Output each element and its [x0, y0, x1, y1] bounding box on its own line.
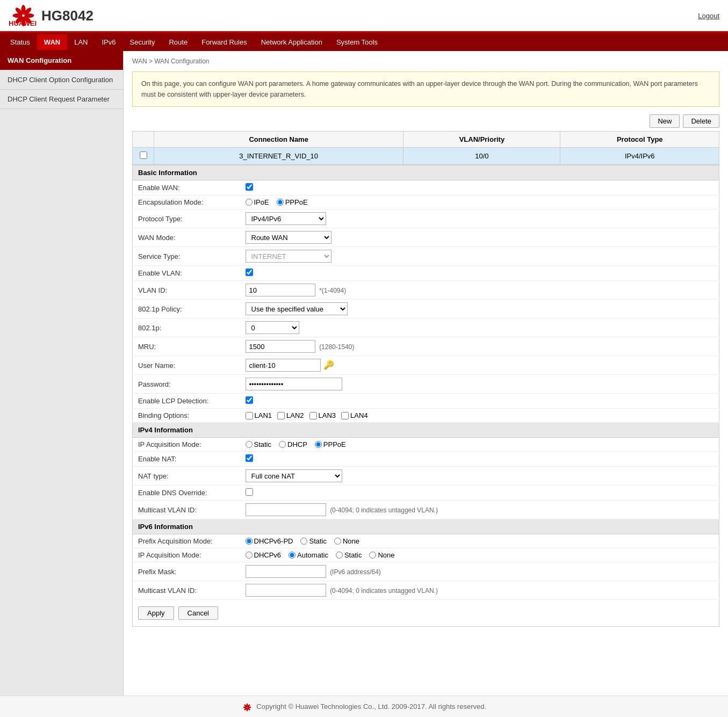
nav-bar: Status WAN LAN IPv6 Security Route Forwa…: [0, 33, 728, 51]
binding-lan2-checkbox[interactable]: [277, 412, 285, 419]
table-row[interactable]: 3_INTERNET_R_VID_10 10/0 IPv4/IPv6: [133, 148, 719, 165]
nav-item-lan[interactable]: LAN: [67, 34, 95, 50]
sidebar-item-dhcp-option[interactable]: DHCP Client Option Configuration: [0, 70, 123, 90]
prefix-acq-static[interactable]: Static: [300, 537, 327, 545]
dot1p-select[interactable]: 0 1234567: [246, 321, 299, 334]
encapsulation-pppoe-radio[interactable]: [277, 199, 284, 206]
encapsulation-ipoe-radio[interactable]: [246, 199, 253, 206]
binding-lan1-checkbox[interactable]: [246, 412, 253, 419]
row-connection-name: 3_INTERNET_R_VID_10: [154, 148, 403, 165]
ipv6-multicast-input[interactable]: [246, 584, 326, 597]
logo-area: HUAWEI HG8042: [9, 4, 93, 27]
ipv6-acq-static-radio[interactable]: [336, 552, 343, 559]
binding-lan3-checkbox[interactable]: [309, 412, 317, 419]
username-input[interactable]: [246, 359, 321, 372]
cancel-button[interactable]: Cancel: [178, 606, 218, 620]
nav-item-wan[interactable]: WAN: [37, 34, 67, 50]
row-checkbox-cell[interactable]: [133, 148, 154, 165]
row-vlan-priority: 10/0: [403, 148, 560, 165]
prefix-acq-none[interactable]: None: [334, 537, 359, 545]
dns-override-label: Enable DNS Override:: [133, 486, 240, 501]
dot1p-policy-select[interactable]: Use the specified value: [246, 302, 348, 315]
service-type-select[interactable]: INTERNET: [246, 250, 331, 263]
binding-lan2[interactable]: LAN2: [277, 411, 304, 419]
ipv6-acq-none[interactable]: None: [369, 551, 394, 559]
enable-wan-checkbox[interactable]: [246, 183, 253, 191]
vlan-id-label: VLAN ID:: [133, 281, 240, 300]
basic-info-header: Basic Information: [132, 165, 719, 180]
dot1p-policy-label: 802.1p Policy:: [133, 300, 240, 318]
nav-item-status[interactable]: Status: [3, 34, 37, 50]
logout-button[interactable]: Logout: [698, 12, 719, 20]
ipv4-multicast-hint: (0-4094; 0 indicates untagged VLAN.): [330, 506, 438, 514]
nat-type-select[interactable]: Full cone NAT Symmetric NAT: [246, 469, 342, 482]
nav-item-network-application[interactable]: Network Application: [254, 34, 329, 50]
apply-area: Apply Cancel: [132, 600, 719, 627]
binding-label: Binding Options:: [133, 409, 240, 423]
ipv4-acq-pppoe[interactable]: PPPoE: [315, 440, 346, 448]
prefix-acq-none-radio[interactable]: [334, 538, 341, 545]
mru-input[interactable]: [246, 340, 315, 353]
nav-item-system-tools[interactable]: System Tools: [329, 34, 385, 50]
delete-button[interactable]: Delete: [683, 114, 719, 128]
wan-mode-select[interactable]: Route WAN Bridge WAN: [246, 231, 331, 244]
toolbar: New Delete: [132, 114, 719, 128]
row-checkbox[interactable]: [140, 151, 147, 159]
enable-wan-label: Enable WAN:: [133, 180, 240, 195]
breadcrumb: WAN > WAN Configuration: [132, 57, 719, 65]
encapsulation-ipoe-option[interactable]: IPoE: [246, 198, 269, 206]
ipv6-info-form: Prefix Acquisition Mode: DHCPv6-PD Stati…: [132, 534, 719, 600]
enable-vlan-checkbox[interactable]: [246, 269, 253, 276]
ipv4-acq-dhcp-radio[interactable]: [279, 441, 286, 448]
prefix-acq-static-radio[interactable]: [300, 538, 307, 545]
sidebar: WAN Configuration DHCP Client Option Con…: [0, 51, 124, 696]
prefix-mask-label: Prefix Mask:: [133, 562, 240, 581]
ipv6-acq-label: IP Acquisition Mode:: [133, 548, 240, 562]
ipv6-acq-none-radio[interactable]: [369, 552, 376, 559]
password-input[interactable]: [246, 378, 342, 390]
enable-nat-checkbox[interactable]: [246, 454, 253, 462]
ipv6-acq-automatic-radio[interactable]: [289, 552, 295, 559]
ipv6-acq-radio-group: DHCPv6 Automatic Static None: [246, 551, 714, 559]
prefix-acq-label: Prefix Acquisition Mode:: [133, 534, 240, 548]
lcp-checkbox[interactable]: [246, 396, 253, 404]
protocol-type-select[interactable]: IPv4/IPv6: [246, 212, 326, 225]
nav-item-security[interactable]: Security: [123, 34, 162, 50]
binding-lan4[interactable]: LAN4: [341, 411, 368, 419]
ipv4-acq-static[interactable]: Static: [246, 440, 272, 448]
huawei-logo-icon: HUAWEI: [9, 4, 38, 27]
ipv4-acq-pppoe-radio[interactable]: [315, 441, 322, 448]
ipv6-info-header: IPv6 Information: [132, 519, 719, 534]
ipv4-multicast-input[interactable]: [246, 503, 326, 516]
binding-lan4-checkbox[interactable]: [341, 412, 349, 419]
sidebar-item-wan-config[interactable]: WAN Configuration: [0, 51, 123, 70]
col-checkbox: [133, 132, 154, 148]
prefix-acq-dhcpv6pd-radio[interactable]: [246, 538, 253, 545]
ipv4-acq-static-radio[interactable]: [246, 441, 253, 448]
prefix-mask-input[interactable]: [246, 565, 326, 578]
nav-item-forward-rules[interactable]: Forward Rules: [194, 34, 254, 50]
ipv6-acq-automatic[interactable]: Automatic: [289, 551, 328, 559]
prefix-acq-dhcpv6pd[interactable]: DHCPv6-PD: [246, 537, 293, 545]
row-protocol-type: IPv4/IPv6: [560, 148, 719, 165]
vlan-id-input[interactable]: [246, 284, 315, 296]
ipv6-acq-static[interactable]: Static: [336, 551, 362, 559]
dns-override-checkbox[interactable]: [246, 488, 253, 496]
nav-item-ipv6[interactable]: IPv6: [95, 34, 123, 50]
apply-button[interactable]: Apply: [138, 606, 174, 620]
sidebar-item-dhcp-request[interactable]: DHCP Client Request Parameter: [0, 90, 123, 109]
col-vlan-priority: VLAN/Priority: [403, 132, 560, 148]
prefix-acq-radio-group: DHCPv6-PD Static None: [246, 537, 714, 545]
binding-lan3[interactable]: LAN3: [309, 411, 336, 419]
nav-item-route[interactable]: Route: [162, 34, 194, 50]
new-button[interactable]: New: [650, 114, 680, 128]
binding-checkbox-group: LAN1 LAN2 LAN3 LAN4: [246, 411, 714, 419]
header: HUAWEI HG8042 Logout: [0, 0, 728, 33]
footer-logo-icon: [242, 703, 253, 712]
encapsulation-pppoe-option[interactable]: PPPoE: [277, 198, 308, 206]
enable-vlan-label: Enable VLAN:: [133, 266, 240, 281]
ipv4-acq-dhcp[interactable]: DHCP: [279, 440, 307, 448]
ipv6-acq-dhcpv6[interactable]: DHCPv6: [246, 551, 282, 559]
binding-lan1[interactable]: LAN1: [246, 411, 272, 419]
ipv6-acq-dhcpv6-radio[interactable]: [246, 552, 253, 559]
